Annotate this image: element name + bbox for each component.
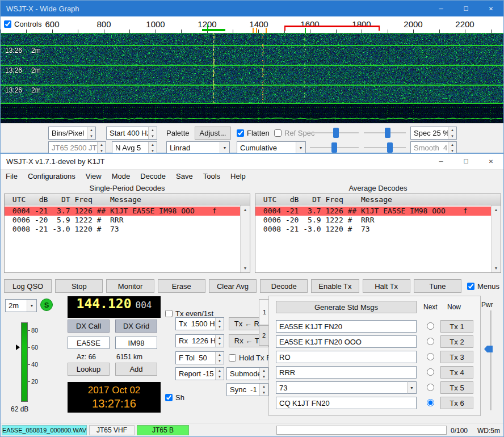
- spin-down-icon[interactable]: ▼: [216, 324, 224, 330]
- waterfall-display[interactable]: [1, 33, 503, 123]
- tx6-next-radio[interactable]: [427, 399, 434, 406]
- gain2-slider[interactable]: [310, 142, 359, 153]
- decode-list[interactable]: 0004 -21 3.7 1226 ## K1JT EA5SE IM98 OOO…: [255, 205, 491, 272]
- lookup-button[interactable]: Lookup: [68, 363, 110, 376]
- menu-mode[interactable]: Mode: [107, 171, 136, 182]
- spin-arrows[interactable]: ▲▼: [215, 352, 224, 364]
- display-mode-combobox[interactable]: Cumulative ▼: [237, 141, 306, 154]
- menu-tools[interactable]: Tools: [198, 171, 225, 182]
- gain-slider[interactable]: [310, 127, 359, 138]
- tx4-now-button[interactable]: Tx 4: [440, 366, 473, 379]
- slider-handle[interactable]: [331, 142, 337, 153]
- flatten-checkbox-input[interactable]: [237, 129, 244, 137]
- menu-view[interactable]: View: [81, 171, 107, 182]
- stop-button[interactable]: Stop: [55, 279, 103, 293]
- log-qso-button[interactable]: Log QSO: [4, 279, 52, 293]
- spec-percent-spinbox[interactable]: Spec 25 % ▲▼: [410, 127, 457, 140]
- spin-up-icon[interactable]: ▲: [260, 368, 268, 374]
- rx-frequency-spinbox[interactable]: Rx 1226 Hz ▲▼: [175, 334, 224, 347]
- sync-spinbox[interactable]: Sync -1 ▲▼: [226, 383, 268, 396]
- tx5-next-radio[interactable]: [427, 384, 434, 391]
- slider-handle[interactable]: [333, 128, 339, 138]
- spin-arrows[interactable]: ▲▼: [97, 142, 106, 154]
- close-icon[interactable]: ✕: [478, 154, 503, 169]
- flatten-checkbox[interactable]: Flatten: [237, 129, 270, 137]
- dropdown-icon[interactable]: ▼: [220, 142, 229, 154]
- tx-frequency-spinbox[interactable]: Tx 1500 Hz ▲▼: [175, 317, 224, 330]
- tx5-message-combobox[interactable]: [276, 381, 417, 394]
- start-frequency-spinbox[interactable]: Start 400 Hz ▲▼: [106, 127, 157, 140]
- decode-row[interactable]: 0008 -21 -3.0 1220 # 73: [255, 225, 491, 234]
- spin-up-icon[interactable]: ▲: [149, 127, 157, 133]
- menu-help[interactable]: Help: [225, 171, 251, 182]
- tune-button[interactable]: Tune: [414, 279, 461, 293]
- spin-down-icon[interactable]: ▼: [260, 374, 268, 380]
- tab-2[interactable]: 2: [259, 325, 269, 346]
- spin-arrows[interactable]: ▲▼: [448, 127, 456, 139]
- dx-call-button[interactable]: DX Call: [68, 320, 110, 333]
- dropdown-icon[interactable]: ▼: [27, 300, 36, 312]
- spin-arrows[interactable]: ▲▼: [259, 384, 268, 396]
- slider-handle[interactable]: [387, 142, 393, 153]
- dx-grid-input[interactable]: [115, 337, 157, 349]
- spin-arrows[interactable]: ▲▼: [215, 368, 224, 380]
- add-button[interactable]: Add: [115, 363, 157, 376]
- scroll-down-icon[interactable]: ▼: [241, 264, 250, 272]
- spin-arrows[interactable]: ▲▼: [148, 127, 157, 139]
- scroll-down-icon[interactable]: ▼: [492, 264, 501, 272]
- slider-handle[interactable]: [385, 128, 390, 138]
- adjust-palette-button[interactable]: Adjust...: [195, 127, 231, 140]
- tx2-next-radio[interactable]: [427, 338, 434, 345]
- ref-spec-checkbox-input[interactable]: [274, 129, 282, 137]
- tx3-message-input[interactable]: [276, 351, 417, 363]
- zero2-slider[interactable]: [364, 142, 406, 153]
- sh-checkbox-input[interactable]: [165, 394, 173, 401]
- tx-even-checkbox[interactable]: Tx even/1st: [165, 309, 213, 318]
- spin-up-icon[interactable]: ▲: [216, 368, 224, 374]
- submode-spinbox[interactable]: Submode B ▲▼: [226, 367, 268, 380]
- tx1-message-input[interactable]: [276, 320, 417, 333]
- spin-up-icon[interactable]: ▲: [448, 142, 456, 148]
- bins-pixel-spinbox[interactable]: Bins/Pixel 3 ▲▼: [48, 127, 96, 140]
- scroll-up-icon[interactable]: ▲: [241, 205, 250, 214]
- smooth-spinbox[interactable]: Smooth 4 ▲▼: [410, 141, 457, 154]
- controls-checkbox-input[interactable]: [4, 20, 11, 28]
- spin-arrows[interactable]: ▲▼: [215, 318, 224, 330]
- tx2-message-input[interactable]: [276, 335, 417, 348]
- spin-down-icon[interactable]: ▼: [216, 374, 224, 380]
- dx-grid-button[interactable]: DX Grid: [115, 320, 157, 333]
- spin-up-icon[interactable]: ▲: [216, 335, 224, 341]
- decode-button[interactable]: Decode: [260, 279, 308, 293]
- menu-configurations[interactable]: Configurations: [23, 171, 81, 182]
- jt9-split-spinbox[interactable]: JT65 2500 JT9 ▲▼: [48, 141, 106, 154]
- spin-down-icon[interactable]: ▼: [149, 133, 157, 140]
- decode-row[interactable]: 0008 -21 -3.0 1220 # 73: [5, 225, 240, 234]
- maximize-icon[interactable]: ☐: [453, 1, 478, 16]
- spin-down-icon[interactable]: ▼: [216, 341, 224, 347]
- tx1-now-button[interactable]: Tx 1: [440, 320, 473, 333]
- tx5-now-button[interactable]: Tx 5: [440, 381, 473, 394]
- menus-checkbox-input[interactable]: [467, 283, 474, 290]
- spin-up-icon[interactable]: ▲: [216, 318, 224, 324]
- ref-spec-checkbox[interactable]: Ref Spec: [274, 129, 314, 137]
- tx6-now-button[interactable]: Tx 6: [440, 397, 473, 409]
- spin-down-icon[interactable]: ▼: [87, 133, 95, 140]
- tx3-now-button[interactable]: Tx 3: [440, 351, 473, 363]
- pwr-slider-handle[interactable]: [484, 346, 493, 352]
- spin-arrows[interactable]: ▲▼: [148, 142, 157, 154]
- spin-up-icon[interactable]: ▲: [216, 352, 224, 358]
- minimize-icon[interactable]: ─: [429, 1, 453, 16]
- spin-up-icon[interactable]: ▲: [98, 142, 106, 148]
- n-avg-spinbox[interactable]: N Avg 5 ▲▼: [112, 141, 157, 154]
- menu-decode[interactable]: Decode: [135, 171, 171, 182]
- tx4-message-input[interactable]: [276, 366, 417, 379]
- spin-up-icon[interactable]: ▲: [87, 127, 95, 133]
- spin-down-icon[interactable]: ▼: [448, 133, 456, 140]
- band-combobox[interactable]: 2m ▼: [5, 299, 37, 312]
- maximize-icon[interactable]: ☐: [453, 154, 478, 169]
- spin-up-icon[interactable]: ▲: [448, 127, 456, 133]
- dropdown-icon[interactable]: ▼: [407, 381, 417, 394]
- menus-checkbox[interactable]: Menus: [467, 282, 499, 291]
- tx3-next-radio[interactable]: [427, 353, 434, 360]
- pwr-slider-track[interactable]: [490, 310, 492, 410]
